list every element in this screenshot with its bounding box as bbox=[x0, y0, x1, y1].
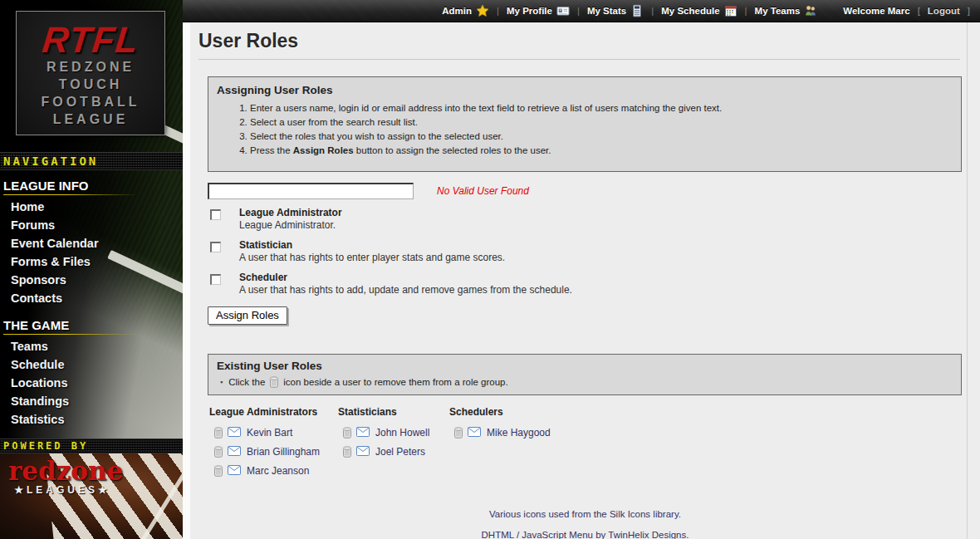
assign-roles-button[interactable]: Assign Roles bbox=[208, 306, 287, 325]
my-teams-label: My Teams bbox=[755, 6, 801, 16]
user-link[interactable]: Joel Peters bbox=[375, 446, 425, 458]
remove-user-icon[interactable] bbox=[342, 427, 352, 439]
logo-line: LEAGUE bbox=[17, 110, 164, 128]
topbar-separator: | bbox=[745, 6, 747, 16]
topbar-separator: | bbox=[651, 6, 654, 16]
email-icon[interactable] bbox=[356, 444, 370, 459]
assign-instructions: Enter a users name, login id or email ad… bbox=[235, 103, 953, 156]
scheduler-checkbox[interactable] bbox=[210, 274, 221, 285]
logout-button[interactable]: Logout bbox=[928, 6, 960, 16]
footer-line-menu: DHTML / JavaScript Menu by TwinHelix Des… bbox=[190, 530, 980, 539]
page-title: User Roles bbox=[198, 30, 960, 52]
user-link[interactable]: Marc Jeanson bbox=[247, 465, 309, 477]
my-profile-label: My Profile bbox=[507, 6, 552, 16]
role-groups: League Administrators Kevin Bart Brian G… bbox=[209, 406, 980, 480]
javascript-menu-link[interactable]: JavaScript Menu bbox=[522, 530, 593, 539]
user-link[interactable]: Brian Gillingham bbox=[247, 446, 320, 458]
user-link[interactable]: Kevin Bart bbox=[247, 427, 292, 439]
role-option-statistician: Statistician A user that has rights to e… bbox=[210, 239, 980, 264]
footer-line-icons: Various icons used from the Silk Icons l… bbox=[190, 509, 980, 519]
dhtml-link[interactable]: DHTML bbox=[482, 530, 514, 539]
group-schedulers: Schedulers Mike Haygood bbox=[449, 406, 590, 480]
user-link[interactable]: Mike Haygood bbox=[487, 427, 551, 439]
role-option-scheduler: Scheduler A user that has rights to add,… bbox=[210, 272, 980, 296]
remove-user-icon[interactable] bbox=[342, 446, 352, 458]
sidebar-item-contacts[interactable]: Contacts bbox=[0, 289, 183, 307]
existing-user-roles-box: Existing User Roles ▪ Click the icon bes… bbox=[208, 354, 962, 395]
email-icon[interactable] bbox=[356, 425, 370, 440]
step4-pre: Press the bbox=[250, 145, 293, 155]
sidebar-item-home[interactable]: Home bbox=[0, 198, 183, 216]
group-statisticians: Statisticians John Howell Joel Peters bbox=[338, 406, 449, 480]
topbar-item-my-schedule[interactable]: My Schedule bbox=[661, 4, 737, 17]
group-league-administrators: League Administrators Kevin Bart Brian G… bbox=[209, 406, 338, 480]
sidebar-item-forums[interactable]: Forums bbox=[0, 216, 183, 234]
sidebar-item-forms-files[interactable]: Forms & Files bbox=[0, 252, 183, 271]
role-description: A user that has rights to enter player s… bbox=[239, 252, 505, 264]
assign-box-title: Assigning User Roles bbox=[217, 84, 953, 96]
user-search-input[interactable] bbox=[208, 183, 414, 199]
redzone-leagues-logo: redzone ★LEAGUES★ bbox=[8, 458, 116, 496]
page-header: User Roles bbox=[198, 30, 960, 60]
star-icon bbox=[476, 4, 489, 17]
role-name: Statistician bbox=[239, 239, 505, 252]
logo-line: REDZONE bbox=[17, 58, 164, 76]
remove-user-icon[interactable] bbox=[213, 446, 223, 458]
footer-text: Various icons used from the bbox=[489, 509, 610, 519]
sidebar-item-event-calendar[interactable]: Event Calendar bbox=[0, 234, 183, 252]
email-icon[interactable] bbox=[228, 463, 241, 478]
user-link[interactable]: John Howell bbox=[375, 427, 429, 439]
topbar-item-admin[interactable]: Admin bbox=[442, 4, 489, 17]
silk-icons-link[interactable]: Silk Icons bbox=[610, 509, 650, 519]
remove-user-icon[interactable] bbox=[213, 465, 223, 477]
role-description: League Administrator. bbox=[239, 219, 342, 232]
logo-line: TOUCH bbox=[17, 76, 164, 93]
sidebar-item-locations[interactable]: Locations bbox=[0, 374, 183, 392]
footer-text: by bbox=[593, 530, 608, 539]
step4-button-name: Assign Roles bbox=[293, 145, 354, 155]
group-title: League Administrators bbox=[209, 406, 338, 418]
league-administrator-checkbox[interactable] bbox=[210, 209, 221, 220]
logout-bracket: [ bbox=[918, 6, 920, 16]
user-search-row: No Valid User Found bbox=[208, 183, 980, 199]
sidebar-item-standings[interactable]: Standings bbox=[0, 392, 183, 410]
statistician-checkbox[interactable] bbox=[210, 242, 221, 252]
sidebar-item-schedule[interactable]: Schedule bbox=[0, 355, 183, 374]
sidebar-item-sponsors[interactable]: Sponsors bbox=[0, 271, 183, 289]
welcome-text: Welcome Marc bbox=[843, 6, 909, 16]
topbar-separator: | bbox=[497, 6, 499, 16]
email-icon[interactable] bbox=[468, 425, 481, 440]
footer-text: library. bbox=[650, 509, 681, 519]
user-row: Mike Haygood bbox=[449, 423, 590, 442]
remove-user-icon[interactable] bbox=[453, 427, 463, 439]
email-icon[interactable] bbox=[228, 444, 241, 459]
sidebar-item-teams[interactable]: Teams bbox=[0, 337, 183, 355]
role-text: Scheduler A user that has rights to add,… bbox=[239, 272, 572, 296]
instruction-step: Select a user from the search result lis… bbox=[250, 117, 953, 128]
sidebar-nav: LEAGUE INFO Home Forums Event Calendar F… bbox=[0, 170, 183, 429]
main-content: User Roles Assigning User Roles Enter a … bbox=[183, 22, 980, 539]
existing-box-note: ▪ Click the icon beside a user to remove… bbox=[220, 376, 953, 388]
role-description: A user that has rights to add, update an… bbox=[239, 284, 572, 296]
instruction-step: Enter a users name, login id or email ad… bbox=[250, 103, 953, 114]
page-footer: Various icons used from the Silk Icons l… bbox=[190, 509, 980, 539]
role-name: League Administrator bbox=[239, 207, 342, 219]
logo-line: FOOTBALL bbox=[17, 93, 164, 110]
role-name: Scheduler bbox=[239, 272, 572, 284]
calendar-icon bbox=[724, 4, 737, 17]
topbar-item-my-profile[interactable]: My Profile bbox=[507, 4, 570, 17]
redzone-logo-text: redzone bbox=[8, 458, 116, 484]
calculator-icon bbox=[630, 4, 644, 17]
sidebar-item-statistics[interactable]: Statistics bbox=[0, 410, 183, 429]
note-pre: Click the bbox=[228, 377, 265, 387]
twinhelix-designs-link[interactable]: TwinHelix Designs bbox=[608, 530, 686, 539]
footer-text: / bbox=[514, 530, 522, 539]
instruction-step: Press the Assign Roles button to assign … bbox=[250, 145, 953, 156]
topbar-item-my-teams[interactable]: My Teams bbox=[755, 4, 818, 17]
user-row: John Howell bbox=[338, 423, 449, 442]
existing-box-title: Existing User Roles bbox=[217, 360, 953, 372]
email-icon[interactable] bbox=[228, 425, 241, 440]
league-logo: RTFL REDZONE TOUCH FOOTBALL LEAGUE bbox=[16, 11, 165, 135]
remove-user-icon[interactable] bbox=[213, 427, 223, 439]
topbar-item-my-stats[interactable]: My Stats bbox=[587, 4, 644, 17]
